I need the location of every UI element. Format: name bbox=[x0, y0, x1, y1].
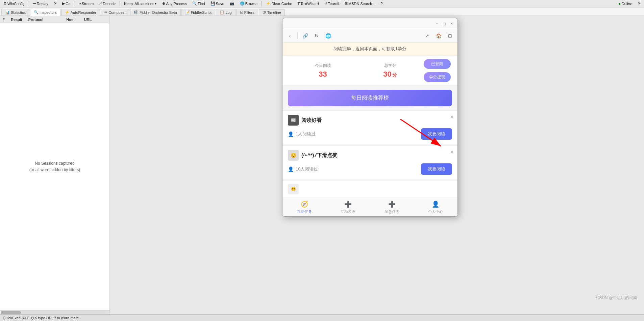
tab-log[interactable]: 📋 Log bbox=[216, 9, 235, 16]
close-window-button[interactable]: × bbox=[449, 21, 454, 26]
dropdown-icon: ▾ bbox=[155, 1, 157, 6]
reload-button[interactable]: ↻ bbox=[313, 32, 321, 40]
redeem-button[interactable]: 学分提现 bbox=[424, 72, 451, 82]
tearoff-button[interactable]: ↗ Tearoff bbox=[322, 1, 341, 6]
screenshot-button[interactable]: 📷 bbox=[228, 1, 237, 6]
tab-composer[interactable]: ✏ Composer bbox=[101, 9, 129, 16]
tab-timeline[interactable]: ⏱ Timeline bbox=[259, 9, 285, 16]
msdn-search-button[interactable]: ⊞ MSDN Search... bbox=[343, 1, 377, 6]
save-button[interactable]: 💾 Save bbox=[208, 1, 226, 6]
skip-icon: ✕ bbox=[54, 1, 57, 6]
logged-in-button[interactable]: 已登陆 bbox=[424, 59, 451, 69]
today-reading-block: 今日阅读 33 bbox=[289, 63, 356, 79]
urgent-task-icon: ➕ bbox=[388, 200, 396, 209]
text-wizard-icon: T bbox=[297, 2, 300, 6]
globe-icon: 🌐 bbox=[324, 32, 332, 40]
log-icon: 📋 bbox=[220, 10, 224, 15]
winconfig-icon: ⚙ bbox=[3, 1, 7, 6]
action-buttons: 已登陆 学分提现 bbox=[424, 59, 451, 82]
help-button[interactable]: ? bbox=[379, 1, 385, 6]
urgent-task-label: 加急任务 bbox=[385, 209, 399, 214]
tab-inspectors[interactable]: 🔍 Inspectors bbox=[30, 9, 60, 16]
stream-button[interactable]: ≈ Stream bbox=[77, 1, 96, 6]
nav-sep bbox=[297, 32, 298, 39]
stats-row: 今日阅读 33 总学分 30 分 已登陆 bbox=[282, 56, 457, 86]
card-1-readers: 👤 1人阅读过 bbox=[288, 131, 316, 137]
stats-icon: 📊 bbox=[5, 10, 10, 15]
profile-label: 个人中心 bbox=[428, 209, 443, 214]
link-icon: 🔗 bbox=[301, 32, 309, 40]
filter-icon: ☑ bbox=[240, 10, 243, 15]
back-button[interactable]: ‹ bbox=[286, 32, 294, 40]
recommend-button[interactable]: 每日阅读推荐榜 bbox=[288, 90, 452, 106]
profile-icon: 👤 bbox=[431, 200, 440, 209]
browser-window: − □ × ‹ 🔗 ↻ 🌐 ↗ 🏠 ⊡ 阅读完毕，返回本页面，可获取 bbox=[282, 18, 458, 217]
close-app-button[interactable]: ✕ bbox=[636, 1, 643, 6]
total-score-block: 总学分 30 分 bbox=[356, 63, 424, 79]
more-button[interactable]: ⊡ bbox=[446, 32, 454, 40]
main-toolbar: ⚙ WinConfig ↩ Replay ✕ ▶ Go ≈ Stream ⇌ D… bbox=[0, 0, 644, 7]
find-button[interactable]: 🔍 Find bbox=[190, 1, 207, 6]
browse-button[interactable]: 🌐 Browse bbox=[238, 1, 260, 6]
col-url: URL bbox=[83, 17, 93, 22]
any-process-button[interactable]: ⊕ Any Process bbox=[160, 1, 189, 6]
status-bar: QuickExec: ALT+Q > type HELP to learn mo… bbox=[0, 314, 644, 321]
card-2-avatar: 😊 bbox=[288, 150, 299, 161]
mutual-publish-icon: ➕ bbox=[344, 200, 352, 209]
mutual-publish-label: 互助发布 bbox=[341, 209, 355, 214]
skip-button[interactable]: ✕ bbox=[52, 1, 59, 6]
orchestra-icon: 🎼 bbox=[134, 10, 139, 15]
bookmark-button[interactable]: 🏠 bbox=[435, 32, 443, 40]
tab-autoresponder[interactable]: ⚡ AutoResponder bbox=[61, 9, 100, 16]
scrollbar-track bbox=[1, 311, 109, 314]
card-1-header: 📰 阅读好看 bbox=[288, 115, 452, 126]
target-icon: ⊕ bbox=[162, 1, 165, 6]
maximize-button[interactable]: □ bbox=[442, 21, 447, 26]
text-wizard-button[interactable]: T TextWizard bbox=[295, 1, 321, 6]
nav-item-mutual-task[interactable]: 🧭 互助任务 bbox=[282, 200, 326, 214]
tab-fiddlerscript[interactable]: 📝 FiddlerScript bbox=[181, 9, 216, 16]
minimize-button[interactable]: − bbox=[435, 21, 439, 26]
tearoff-icon: ↗ bbox=[324, 1, 327, 6]
keep-button[interactable]: Keep: All sessions ▾ bbox=[122, 1, 159, 6]
card-2-read-button[interactable]: 我要阅读 bbox=[421, 163, 452, 175]
col-host: Host bbox=[65, 17, 76, 22]
camera-icon: 📷 bbox=[230, 1, 234, 6]
horizontal-scrollbar[interactable] bbox=[0, 310, 109, 314]
tab-statistics[interactable]: 📊 Statistics bbox=[1, 9, 29, 16]
nav-item-mutual-publish[interactable]: ➕ 互助发布 bbox=[326, 200, 370, 214]
inspector-icon: 🔍 bbox=[34, 10, 39, 15]
go-button[interactable]: ▶ Go bbox=[60, 1, 73, 6]
sessions-panel: # Result Protocol Host URL No Sessions c… bbox=[0, 16, 110, 314]
online-button[interactable]: ● Online bbox=[617, 1, 634, 6]
separator2 bbox=[75, 1, 75, 6]
decode-button[interactable]: ⇌ Decode bbox=[97, 1, 118, 6]
winconfig-button[interactable]: ⚙ WinConfig bbox=[1, 1, 27, 6]
card-partial-inner: 😊 bbox=[282, 181, 457, 197]
col-result: Result bbox=[9, 17, 24, 22]
nav-item-urgent-task[interactable]: ➕ 加急任务 bbox=[370, 200, 414, 214]
replay-icon: ↩ bbox=[33, 1, 36, 6]
card-1-title: 阅读好看 bbox=[301, 117, 322, 124]
today-reading-value: 33 bbox=[319, 70, 327, 79]
mutual-task-icon: 🧭 bbox=[300, 200, 309, 209]
card-2-close[interactable]: × bbox=[450, 149, 453, 155]
tab-orchestra[interactable]: 🎼 Fiddler Orchestra Beta bbox=[130, 9, 181, 16]
total-score-unit: 分 bbox=[392, 72, 397, 78]
card-partial: 😊 bbox=[282, 181, 457, 197]
card-1-close[interactable]: × bbox=[450, 114, 453, 120]
scrollbar-thumb[interactable] bbox=[1, 311, 21, 314]
clear-cache-button[interactable]: ⚡ Clear Cache bbox=[264, 1, 294, 6]
card-2-header: 😊 (^·^*)ﾉ下滑点赞 bbox=[288, 150, 452, 161]
nav-item-profile[interactable]: 👤 个人中心 bbox=[414, 200, 458, 214]
tab-filters[interactable]: ☑ Filters bbox=[236, 9, 258, 16]
column-headers: # Result Protocol Host URL bbox=[0, 16, 109, 23]
right-panel: − □ × ‹ 🔗 ↻ 🌐 ↗ 🏠 ⊡ 阅读完毕，返回本页面，可获取 bbox=[110, 16, 644, 314]
card-1-read-button[interactable]: 我要阅读 bbox=[421, 128, 452, 140]
total-score-value: 30 bbox=[383, 70, 391, 79]
card-2-body: 👤 10人阅读过 我要阅读 bbox=[288, 163, 452, 175]
timeline-icon: ⏱ bbox=[263, 10, 266, 15]
share-button[interactable]: ↗ bbox=[423, 32, 431, 40]
replay-button[interactable]: ↩ Replay bbox=[31, 1, 50, 6]
card-2: × 😊 (^·^*)ﾉ下滑点赞 👤 10人阅读过 我要阅读 bbox=[282, 145, 457, 179]
